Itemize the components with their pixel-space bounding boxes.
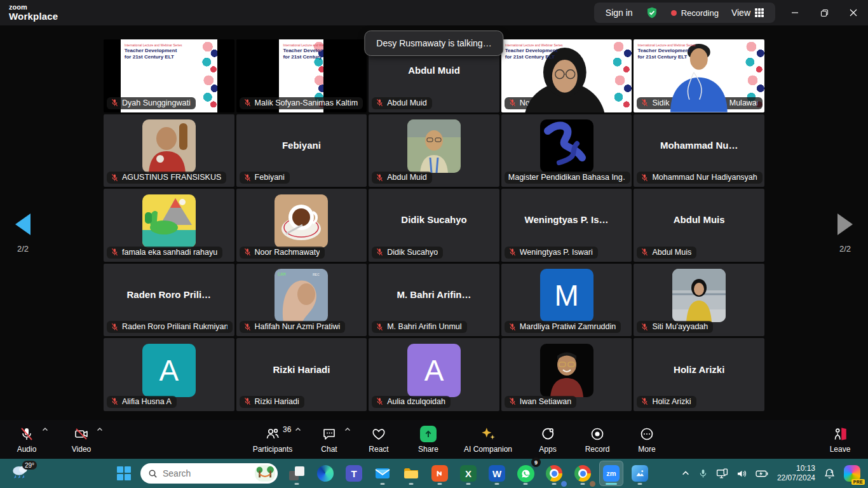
- weather-widget[interactable]: 29°: [10, 463, 33, 484]
- taskbar-nitro-pdf-icon[interactable]: [428, 461, 452, 486]
- taskbar-excel-icon[interactable]: X: [456, 461, 480, 486]
- participant-center-name: M. Bahri Arifin…: [369, 288, 499, 299]
- toolbar-participants-button[interactable]: 36Participants: [245, 420, 300, 459]
- tray-display-cast-icon[interactable]: [716, 468, 728, 479]
- taskbar-mail-icon[interactable]: [370, 461, 395, 486]
- participant-name-label: Abdul Muis: [637, 247, 696, 259]
- running-indicator: [438, 483, 442, 485]
- search-highlight-image[interactable]: [255, 465, 275, 482]
- toolbar-chat-button[interactable]: Chat: [309, 420, 349, 459]
- toolbar-leave-button[interactable]: Leave: [820, 420, 860, 459]
- tray-chevron-up-icon[interactable]: [681, 469, 690, 478]
- participant-name-label: Rizki Hariadi: [240, 396, 304, 408]
- participant-tile[interactable]: Raden Roro Prili…Raden Roro Priliani Ruk…: [104, 264, 234, 337]
- taskbar-task-view-icon[interactable]: [285, 461, 309, 486]
- slide-text: International Lecture and Webinar Series…: [283, 43, 323, 60]
- tray-speaker-icon[interactable]: [736, 469, 747, 478]
- ai-icon: [480, 426, 496, 442]
- tray-microphone-icon[interactable]: [698, 468, 708, 479]
- participant-tile[interactable]: Noor Rachmawaty: [236, 189, 367, 262]
- taskbar-whatsapp-icon[interactable]: 9: [513, 461, 538, 486]
- participant-tile[interactable]: AGUSTINUS FRANSISKUS: [104, 114, 234, 187]
- meeting-area: Desy Rusmawaty is talking… 2/2 2/2 Inter…: [0, 25, 868, 420]
- participant-tile[interactable]: Weningtyas P. Is…Weningtyas P. Iswari: [501, 189, 632, 262]
- chevron-up-icon[interactable]: [344, 427, 351, 431]
- participant-tile[interactable]: Abdul Muid: [369, 114, 499, 187]
- participant-tile[interactable]: CAMRECHafifah Nur Azmi Pratiwi: [236, 264, 367, 337]
- participant-tile[interactable]: MMardliya Pratiwi Zamruddin: [501, 264, 632, 337]
- toolbar-video-button[interactable]: Video: [61, 420, 102, 459]
- participant-name-label: Hafifah Nur Azmi Pratiwi: [240, 321, 346, 333]
- participant-tile[interactable]: International Lecture and Webinar Series…: [236, 39, 367, 112]
- participants-count: 36: [283, 425, 291, 434]
- apps-icon: [540, 426, 555, 442]
- participant-tile[interactable]: International Lecture and Webinar Series…: [634, 39, 764, 112]
- toolbar-ai-button[interactable]: AI Companion: [458, 420, 519, 459]
- chevron-up-icon[interactable]: [42, 427, 48, 431]
- participant-avatar: CAMREC: [275, 269, 328, 322]
- participant-tile[interactable]: Didik SucahyoDidik Sucahyo: [369, 189, 499, 262]
- sign-in-button[interactable]: Sign in: [606, 8, 633, 18]
- taskbar-word-icon[interactable]: W: [485, 461, 509, 486]
- taskbar-search[interactable]: [140, 463, 278, 484]
- toolbar-more-button[interactable]: More: [627, 420, 667, 459]
- restore-button[interactable]: [810, 0, 839, 25]
- participant-tile[interactable]: AAlifia Husna A: [104, 338, 234, 411]
- copilot-pre-badge: PRE: [851, 479, 865, 485]
- participant-name-label: Alifia Husna A: [107, 396, 177, 408]
- muted-mic-icon: [376, 248, 384, 256]
- participant-name-label: Mardliya Pratiwi Zamruddin: [505, 321, 621, 333]
- participant-tile[interactable]: Holiz ArizkiHoliz Arizki: [634, 338, 764, 411]
- participant-name-label: Raden Roro Priliani Rukmiyanti: [107, 321, 233, 333]
- taskbar-microsoft-edge-icon[interactable]: [313, 461, 337, 486]
- participant-tile[interactable]: International Lecture and Webinar Series…: [501, 39, 632, 112]
- muted-mic-icon: [243, 397, 252, 405]
- participant-tile[interactable]: famala eka sanhadi rahayu: [104, 189, 234, 262]
- participant-tile[interactable]: Iwan Setiawan: [501, 338, 632, 411]
- toolbar-record-button[interactable]: Record: [577, 420, 618, 459]
- participant-tile[interactable]: AAulia dzulqoidah: [369, 338, 499, 411]
- participant-tile[interactable]: International Lecture and Webinar Series…: [104, 39, 234, 112]
- next-page-nav[interactable]: 2/2: [830, 214, 860, 254]
- view-button[interactable]: View: [731, 8, 764, 18]
- taskbar-photos-icon[interactable]: [628, 461, 652, 486]
- participant-tile[interactable]: Magister Pendidikan Bahasa Ing…: [501, 114, 632, 187]
- taskbar-zoom-icon[interactable]: zm: [599, 461, 623, 486]
- taskbar-microsoft-teams-icon[interactable]: T: [342, 461, 366, 486]
- tray-battery-charging-icon[interactable]: [756, 470, 769, 478]
- copilot-icon[interactable]: PRE: [844, 465, 860, 482]
- next-page-arrow-icon[interactable]: [837, 214, 853, 235]
- taskbar-chrome-profile-1-icon[interactable]: [542, 461, 566, 486]
- clock[interactable]: 10:13 22/07/2024: [777, 464, 815, 483]
- chevron-up-icon[interactable]: [295, 427, 301, 431]
- taskbar-chrome-profile-2-icon[interactable]: [571, 461, 595, 486]
- active-speaker-toast: Desy Rusmawaty is talking…: [364, 30, 503, 56]
- close-button[interactable]: [839, 0, 868, 25]
- view-grid-icon: [755, 8, 764, 17]
- chevron-up-icon[interactable]: [97, 427, 103, 431]
- taskbar-file-explorer-icon[interactable]: [399, 461, 423, 486]
- participant-center-name: Febiyani: [236, 139, 367, 150]
- toolbar-apps-button[interactable]: Apps: [527, 420, 568, 459]
- leave-icon: [832, 426, 848, 442]
- participant-tile[interactable]: Abdul MuisAbdul Muis: [634, 189, 764, 262]
- previous-page-nav[interactable]: 2/2: [8, 214, 38, 254]
- search-input[interactable]: [163, 468, 239, 478]
- toolbar-audio-button[interactable]: Audio: [6, 420, 47, 459]
- start-button[interactable]: [112, 461, 136, 486]
- record-icon: [590, 426, 605, 442]
- participant-tile[interactable]: Siti Mu'ayyadah: [634, 264, 764, 337]
- notification-bell-dnd-icon[interactable]: z: [824, 468, 836, 480]
- minimize-button[interactable]: [780, 0, 810, 25]
- participant-name-label: Abdul Muid: [372, 97, 432, 109]
- muted-mic-icon: [243, 323, 252, 331]
- toolbar-react-button[interactable]: React: [358, 420, 399, 459]
- toolbar-share-button[interactable]: Share: [408, 420, 449, 459]
- participant-tile[interactable]: FebiyaniFebiyani: [236, 114, 367, 187]
- previous-page-arrow-icon[interactable]: [15, 214, 31, 235]
- close-icon: [850, 9, 857, 17]
- participant-tile[interactable]: M. Bahri Arifin…M. Bahri Arifin Unmul: [369, 264, 499, 337]
- participant-tile[interactable]: Mohammad Nu…Mohammad Nur Hadiyansyah: [634, 114, 764, 187]
- participant-tile[interactable]: Rizki HariadiRizki Hariadi: [236, 338, 367, 411]
- security-shield-icon[interactable]: [646, 6, 658, 19]
